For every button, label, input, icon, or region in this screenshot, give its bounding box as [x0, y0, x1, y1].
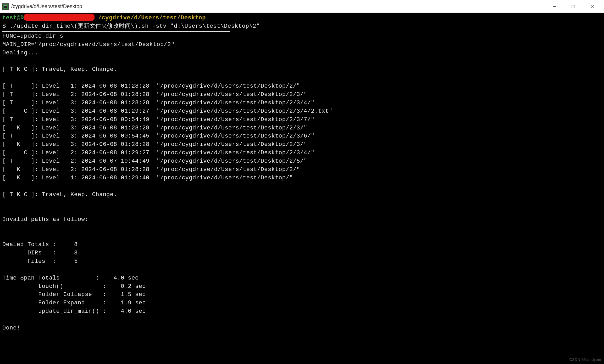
done-line: Done!	[2, 325, 20, 331]
timing-collapse: Folder Collapse : 1.5 sec	[2, 291, 146, 298]
output-row: [ C ]: Level 3: 2024-06-08 01:29:27 "/pr…	[2, 108, 333, 115]
timing-touch: touch() : 0.2 sec	[2, 283, 146, 290]
output-row: [ K ]: Level 2: 2024-06-08 01:28:28 "/pr…	[2, 166, 300, 173]
separator-line	[2, 31, 230, 32]
summary-dirs: DIRs : 3	[2, 250, 78, 256]
terminal-window: /cygdrive/d/Users/test/Desktop test@D /c…	[0, 0, 604, 364]
summary-totals: Dealed Totals : 8	[2, 241, 78, 248]
output-row: [ K ]: Level 1: 2024-06-08 01:29:40 "/pr…	[2, 175, 293, 181]
window-title: /cygdrive/d/Users/test/Desktop	[11, 3, 545, 9]
legend-line-2: [ T K C ]: TraveL, Keep, Change.	[2, 191, 117, 198]
dealing-line: Dealing...	[2, 50, 38, 56]
output-row: [ T ]: Level 2: 2024-06-07 19:44:49 "/pr…	[2, 158, 307, 164]
output-row: [ T ]: Level 3: 2024-06-08 00:54:45 "/pr…	[2, 133, 314, 139]
output-row: [ K ]: Level 3: 2024-06-08 01:28:28 "/pr…	[2, 125, 307, 131]
watermark: CSDN @tiandyoin	[569, 357, 601, 362]
output-row: [ T ]: Level 2: 2024-06-08 01:28:28 "/pr…	[2, 91, 307, 98]
maximize-button[interactable]	[564, 0, 583, 13]
prompt-path: /cygdrive/d/Users/test/Desktop	[98, 15, 206, 21]
output-row: [ T ]: Level 3: 2024-06-08 01:28:28 "/pr…	[2, 100, 314, 106]
timing-main: update_dir_main() : 4.0 sec	[2, 308, 146, 315]
timing-expand: Folder Expand : 1.9 sec	[2, 300, 146, 306]
timing-total: Time Span Totals : 4.0 sec	[2, 275, 139, 281]
main-dir-line: MAIN_DIR="/proc/cygdrive/d/Users/test/De…	[2, 41, 175, 48]
titlebar[interactable]: /cygdrive/d/Users/test/Desktop	[0, 0, 604, 13]
minimize-button[interactable]	[545, 0, 564, 13]
terminal-body[interactable]: test@D /cygdrive/d/Users/test/Desktop $ …	[0, 13, 604, 364]
prompt-symbol: $	[2, 23, 6, 30]
redacted-hostname	[24, 14, 95, 21]
func-line: FUNC=update_dir_s	[2, 33, 63, 39]
output-row: [ T ]: Level 3: 2024-06-08 00:54:49 "/pr…	[2, 116, 314, 123]
close-button[interactable]	[583, 0, 602, 13]
terminal-icon	[2, 3, 9, 10]
command-text: ./update_dir_time\(更新文件夹修改时间\).sh -stv "…	[9, 23, 260, 30]
window-controls	[545, 0, 602, 13]
prompt-user: test@D	[2, 15, 24, 21]
svg-rect-1	[572, 5, 575, 8]
output-row: [ K ]: Level 3: 2024-06-08 01:28:28 "/pr…	[2, 141, 307, 148]
invalid-paths-header: Invalid paths as follow:	[2, 216, 88, 223]
legend-line: [ T K C ]: TraveL, Keep, Change.	[2, 66, 117, 73]
output-row: [ C ]: Level 2: 2024-06-08 01:29:27 "/pr…	[2, 150, 314, 156]
summary-files: Files : 5	[2, 258, 78, 265]
output-row: [ T ]: Level 1: 2024-06-08 01:28:28 "/pr…	[2, 83, 300, 89]
